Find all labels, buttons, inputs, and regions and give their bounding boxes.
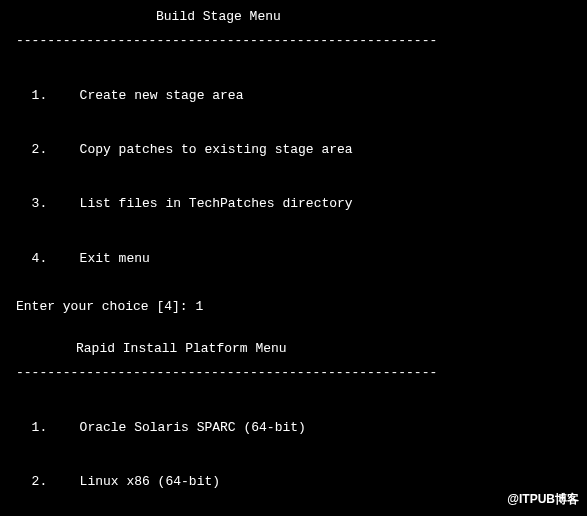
menu-item-number: 3. xyxy=(32,195,80,213)
build-stage-menu-title: Build Stage Menu xyxy=(16,8,571,26)
platform-menu-title: Rapid Install Platform Menu xyxy=(16,340,571,358)
menu-item-number: 2. xyxy=(32,141,80,159)
menu-item[interactable]: 3.IBM AIX on Power Systems (64-bit) xyxy=(16,509,571,516)
menu-item-label: Create new stage area xyxy=(80,88,244,103)
menu-item-number: 4. xyxy=(32,250,80,268)
menu-item[interactable]: 1.Create new stage area xyxy=(16,68,571,104)
menu-item[interactable]: 4.Exit menu xyxy=(16,232,571,268)
menu-item-label: Linux x86 (64-bit) xyxy=(80,474,220,489)
menu-item-number: 1. xyxy=(32,87,80,105)
watermark: @ITPUB博客 xyxy=(507,491,579,508)
menu-item-number: 2. xyxy=(32,473,80,491)
menu-item[interactable]: 1.Oracle Solaris SPARC (64-bit) xyxy=(16,400,571,436)
divider: ----------------------------------------… xyxy=(16,364,571,382)
divider: ----------------------------------------… xyxy=(16,32,571,50)
choice-prompt-1[interactable]: Enter your choice [4]: 1 xyxy=(16,298,571,316)
menu-item[interactable]: 2.Copy patches to existing stage area xyxy=(16,123,571,159)
menu-item-label: Copy patches to existing stage area xyxy=(80,142,353,157)
menu-item-number: 1. xyxy=(32,419,80,437)
menu-item-label: List files in TechPatches directory xyxy=(80,196,353,211)
menu-item[interactable]: 3.List files in TechPatches directory xyxy=(16,177,571,213)
menu-item[interactable]: 2.Linux x86 (64-bit) xyxy=(16,455,571,491)
menu-item-label: Exit menu xyxy=(80,251,150,266)
menu-item-label: Oracle Solaris SPARC (64-bit) xyxy=(80,420,306,435)
